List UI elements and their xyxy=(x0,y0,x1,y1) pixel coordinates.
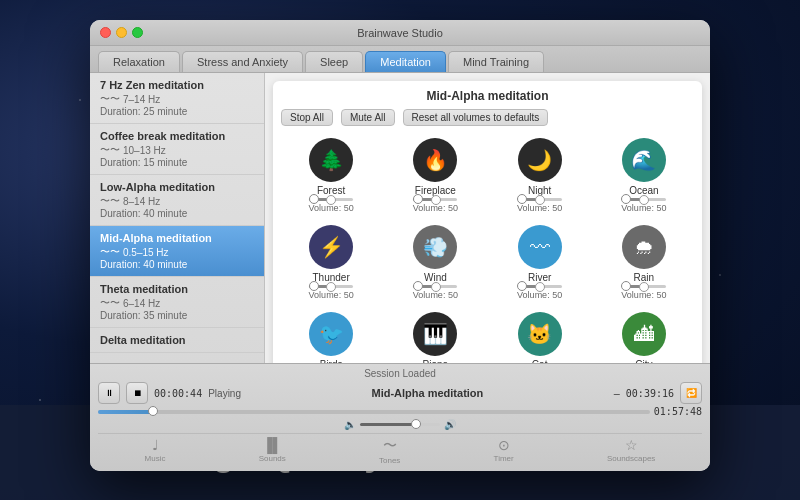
nav-timer[interactable]: ⊙ Timer xyxy=(494,437,514,465)
item-title-zen: 7 Hz Zen meditation xyxy=(100,79,254,91)
fireplace-icon: 🔥 xyxy=(413,138,457,182)
sounds-controls: Stop All Mute All Reset all volumes to d… xyxy=(281,109,694,126)
item-title-low-alpha: Low-Alpha meditation xyxy=(100,181,254,193)
rain-slider[interactable] xyxy=(622,285,666,288)
sound-rain[interactable]: 🌧 Rain Volume: 50 xyxy=(594,221,694,304)
nav-tones[interactable]: 〜 Tones xyxy=(379,437,400,465)
nav-soundscapes-label: Soundscapes xyxy=(607,454,655,463)
item-duration-coffee: Duration: 15 minute xyxy=(100,157,254,168)
city-label: City xyxy=(635,359,652,363)
ocean-slider[interactable] xyxy=(622,198,666,201)
sound-ocean[interactable]: 🌊 Ocean Volume: 50 xyxy=(594,134,694,217)
night-icon: 🌙 xyxy=(518,138,562,182)
session-loaded-label: Session Loaded xyxy=(98,368,702,379)
sidebar-item-mid-alpha[interactable]: Mid-Alpha meditation 〜〜 0.5–15 Hz Durati… xyxy=(90,226,264,277)
ocean-icon: 🌊 xyxy=(622,138,666,182)
sound-piano[interactable]: 🎹 Piano Volume: 50 xyxy=(385,308,485,363)
thunder-slider[interactable] xyxy=(309,285,353,288)
cat-label: Cat xyxy=(532,359,548,363)
maximize-button[interactable] xyxy=(132,27,143,38)
sidebar-item-theta[interactable]: Theta meditation 〜〜 6–14 Hz Duration: 35… xyxy=(90,277,264,328)
nav-sounds[interactable]: ▐▌ Sounds xyxy=(259,437,286,465)
tab-sleep[interactable]: Sleep xyxy=(305,51,363,72)
tab-meditation[interactable]: Meditation xyxy=(365,51,446,72)
reset-volumes-button[interactable]: Reset all volumes to defaults xyxy=(403,109,549,126)
nav-music[interactable]: ♩ Music xyxy=(145,437,166,465)
sound-fireplace[interactable]: 🔥 Fireplace Volume: 50 xyxy=(385,134,485,217)
mute-all-button[interactable]: Mute All xyxy=(341,109,395,126)
stop-all-button[interactable]: Stop All xyxy=(281,109,333,126)
sound-cat[interactable]: 🐱 Cat Volume: 50 xyxy=(490,308,590,363)
tab-stress[interactable]: Stress and Anxiety xyxy=(182,51,303,72)
sounds-grid: 🌲 Forest Volume: 50 🔥 Fireplace Volume: … xyxy=(281,134,694,363)
item-title-mid-alpha: Mid-Alpha meditation xyxy=(100,232,254,244)
time-elapsed: 00:00:44 xyxy=(154,388,202,399)
sounds-panel: Mid-Alpha meditation Stop All Mute All R… xyxy=(273,81,702,363)
progress-bar[interactable] xyxy=(98,410,650,414)
wave-icon-2: 〜〜 xyxy=(100,143,120,157)
stop-button[interactable]: ⏹ xyxy=(126,382,148,404)
night-slider[interactable] xyxy=(518,198,562,201)
forest-icon: 🌲 xyxy=(309,138,353,182)
tones-icon: 〜 xyxy=(383,437,397,455)
item-title-coffee: Coffee break meditation xyxy=(100,130,254,142)
tab-relaxation[interactable]: Relaxation xyxy=(98,51,180,72)
loop-button[interactable]: 🔁 xyxy=(680,382,702,404)
item-freq-mid-alpha: 〜〜 0.5–15 Hz xyxy=(100,245,254,259)
sidebar: 7 Hz Zen meditation 〜〜 7–14 Hz Duration:… xyxy=(90,73,265,363)
timer-icon: ⊙ xyxy=(498,437,510,453)
volume-icon: 🔈 xyxy=(344,419,356,430)
thunder-icon: ⚡ xyxy=(309,225,353,269)
sound-birds[interactable]: 🐦 Birds Volume: 50 xyxy=(281,308,381,363)
item-title-delta: Delta meditation xyxy=(100,334,254,346)
river-icon: 〰 xyxy=(518,225,562,269)
volume-knob xyxy=(411,419,421,429)
sound-city[interactable]: 🏙 City Volume: 50 xyxy=(594,308,694,363)
now-playing-title: Mid-Alpha meditation xyxy=(247,387,608,399)
city-icon: 🏙 xyxy=(622,312,666,356)
nav-music-label: Music xyxy=(145,454,166,463)
progress-knob[interactable] xyxy=(148,406,158,416)
item-duration-mid-alpha: Duration: 40 minute xyxy=(100,259,254,270)
sidebar-item-low-alpha[interactable]: Low-Alpha meditation 〜〜 8–14 Hz Duration… xyxy=(90,175,264,226)
wind-slider[interactable] xyxy=(413,285,457,288)
sound-wind[interactable]: 💨 Wind Volume: 50 xyxy=(385,221,485,304)
volume-row: 🔈 🔊 xyxy=(98,419,702,430)
nav-soundscapes[interactable]: ☆ Soundscapes xyxy=(607,437,655,465)
app-window: Brainwave Studio Relaxation Stress and A… xyxy=(90,20,710,471)
main-content: 7 Hz Zen meditation 〜〜 7–14 Hz Duration:… xyxy=(90,73,710,363)
birds-label: Birds xyxy=(320,359,343,363)
nav-sounds-label: Sounds xyxy=(259,454,286,463)
right-panel: Mid-Alpha meditation Stop All Mute All R… xyxy=(265,73,710,363)
birds-icon: 🐦 xyxy=(309,312,353,356)
piano-label: Piano xyxy=(423,359,449,363)
item-freq-zen: 〜〜 7–14 Hz xyxy=(100,92,254,106)
item-duration-low-alpha: Duration: 40 minute xyxy=(100,208,254,219)
fireplace-slider[interactable] xyxy=(413,198,457,201)
time-remaining: – 00:39:16 xyxy=(614,388,674,399)
play-pause-button[interactable]: ⏸ xyxy=(98,382,120,404)
forest-slider[interactable] xyxy=(309,198,353,201)
sounds-panel-title: Mid-Alpha meditation xyxy=(281,89,694,103)
soundscapes-icon: ☆ xyxy=(625,437,638,453)
bottom-nav: ♩ Music ▐▌ Sounds 〜 Tones ⊙ Timer ☆ Soun… xyxy=(98,433,702,467)
volume-slider[interactable] xyxy=(360,423,440,426)
tab-mind-training[interactable]: Mind Training xyxy=(448,51,544,72)
sidebar-item-delta[interactable]: Delta meditation xyxy=(90,328,264,353)
minimize-button[interactable] xyxy=(116,27,127,38)
progress-fill xyxy=(98,410,153,414)
cat-icon: 🐱 xyxy=(518,312,562,356)
traffic-lights xyxy=(100,27,143,38)
transport-bar: Session Loaded ⏸ ⏹ 00:00:44 Playing Mid-… xyxy=(90,363,710,471)
sidebar-item-coffee[interactable]: Coffee break meditation 〜〜 10–13 Hz Dura… xyxy=(90,124,264,175)
sound-river[interactable]: 〰 River Volume: 50 xyxy=(490,221,590,304)
window-title: Brainwave Studio xyxy=(357,27,443,39)
music-icon: ♩ xyxy=(152,437,159,453)
close-button[interactable] xyxy=(100,27,111,38)
sidebar-item-zen[interactable]: 7 Hz Zen meditation 〜〜 7–14 Hz Duration:… xyxy=(90,73,264,124)
sound-thunder[interactable]: ⚡ Thunder Volume: 50 xyxy=(281,221,381,304)
tab-bar: Relaxation Stress and Anxiety Sleep Medi… xyxy=(90,46,710,73)
sound-night[interactable]: 🌙 Night Volume: 50 xyxy=(490,134,590,217)
river-slider[interactable] xyxy=(518,285,562,288)
sound-forest[interactable]: 🌲 Forest Volume: 50 xyxy=(281,134,381,217)
